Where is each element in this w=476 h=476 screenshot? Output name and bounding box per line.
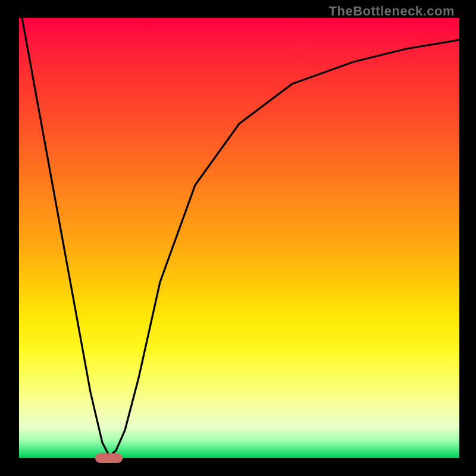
plot-area [19,18,459,458]
line-series [19,18,459,458]
bottleneck-curve-path [22,18,459,456]
watermark-text: TheBottleneck.com [329,4,455,19]
optimal-zone-marker [95,453,123,463]
chart-frame: TheBottleneck.com [0,0,476,476]
